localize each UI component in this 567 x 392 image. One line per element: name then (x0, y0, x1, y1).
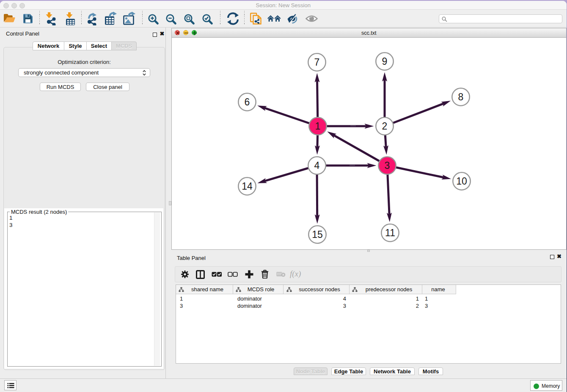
svg-text:1: 1 (315, 121, 321, 132)
svg-text:15: 15 (312, 229, 323, 240)
svg-text:7: 7 (314, 57, 320, 68)
svg-text:9: 9 (382, 56, 388, 67)
svg-text:11: 11 (385, 227, 395, 238)
svg-text:4: 4 (314, 160, 320, 171)
svg-text:6: 6 (245, 97, 250, 108)
svg-text:10: 10 (456, 176, 467, 187)
svg-text:3: 3 (385, 160, 390, 171)
svg-text:2: 2 (382, 121, 388, 132)
svg-text:14: 14 (242, 181, 253, 192)
svg-text:8: 8 (458, 91, 464, 102)
